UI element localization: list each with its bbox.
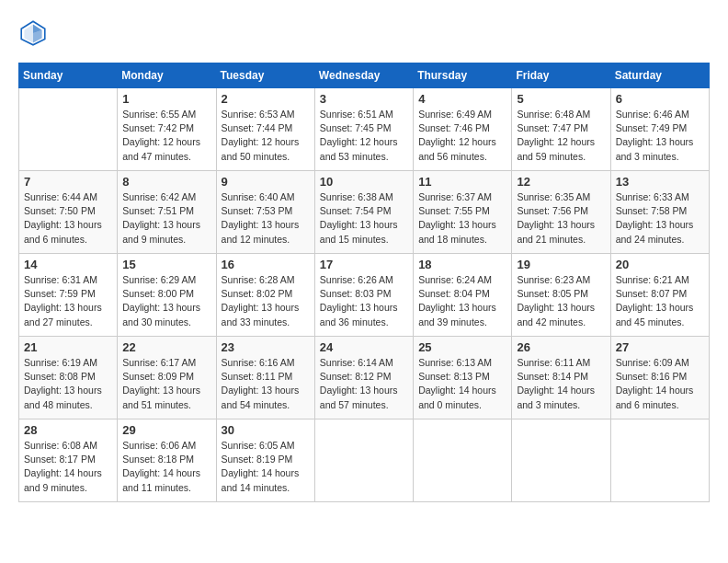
calendar-cell: 9Sunrise: 6:40 AM Sunset: 7:53 PM Daylig… (216, 171, 314, 254)
day-number: 3 (320, 92, 408, 106)
day-number: 11 (418, 175, 506, 189)
day-number: 19 (517, 258, 605, 271)
day-info: Sunrise: 6:44 AM Sunset: 7:50 PM Dayligh… (24, 190, 112, 247)
day-number: 7 (24, 175, 112, 189)
day-info: Sunrise: 6:51 AM Sunset: 7:45 PM Dayligh… (320, 108, 408, 164)
day-info: Sunrise: 6:53 AM Sunset: 7:44 PM Dayligh… (222, 108, 310, 164)
calendar-cell: 13Sunrise: 6:33 AM Sunset: 7:58 PM Dayli… (610, 171, 709, 254)
day-info: Sunrise: 6:19 AM Sunset: 8:08 PM Dayligh… (24, 356, 112, 412)
calendar-cell (512, 419, 610, 502)
day-info: Sunrise: 6:21 AM Sunset: 8:07 PM Dayligh… (616, 273, 704, 329)
calendar-cell (610, 419, 709, 502)
day-info: Sunrise: 6:49 AM Sunset: 7:46 PM Dayligh… (418, 108, 506, 164)
day-header-sunday: Sunday (19, 63, 118, 88)
calendar-cell: 25Sunrise: 6:13 AM Sunset: 8:13 PM Dayli… (414, 337, 512, 419)
day-number: 16 (222, 258, 310, 271)
day-number: 21 (24, 340, 112, 354)
day-info: Sunrise: 6:46 AM Sunset: 7:49 PM Dayligh… (616, 108, 704, 164)
calendar-cell: 10Sunrise: 6:38 AM Sunset: 7:54 PM Dayli… (314, 171, 413, 254)
day-info: Sunrise: 6:11 AM Sunset: 8:14 PM Dayligh… (517, 356, 605, 412)
day-info: Sunrise: 6:17 AM Sunset: 8:09 PM Dayligh… (122, 356, 210, 412)
calendar-header: SundayMondayTuesdayWednesdayThursdayFrid… (19, 63, 710, 88)
logo-icon (18, 18, 48, 48)
calendar-cell: 1Sunrise: 6:55 AM Sunset: 7:42 PM Daylig… (118, 88, 216, 171)
day-info: Sunrise: 6:40 AM Sunset: 7:53 PM Dayligh… (222, 190, 310, 247)
calendar-cell: 29Sunrise: 6:06 AM Sunset: 8:18 PM Dayli… (118, 419, 216, 502)
calendar-week-0: 1Sunrise: 6:55 AM Sunset: 7:42 PM Daylig… (19, 88, 710, 171)
calendar-cell: 27Sunrise: 6:09 AM Sunset: 8:16 PM Dayli… (610, 337, 709, 419)
page-header (18, 18, 710, 48)
calendar-cell: 14Sunrise: 6:31 AM Sunset: 7:59 PM Dayli… (19, 254, 118, 337)
day-number: 22 (122, 340, 210, 354)
logo (18, 18, 51, 48)
day-number: 29 (122, 423, 210, 437)
calendar-cell (414, 419, 512, 502)
day-number: 12 (517, 175, 605, 189)
calendar-cell: 16Sunrise: 6:28 AM Sunset: 8:02 PM Dayli… (216, 254, 314, 337)
calendar-cell: 11Sunrise: 6:37 AM Sunset: 7:55 PM Dayli… (414, 171, 512, 254)
day-number: 27 (616, 340, 704, 354)
day-info: Sunrise: 6:31 AM Sunset: 7:59 PM Dayligh… (24, 273, 112, 329)
day-number: 18 (418, 258, 506, 271)
calendar-week-1: 7Sunrise: 6:44 AM Sunset: 7:50 PM Daylig… (19, 171, 710, 254)
calendar-cell: 8Sunrise: 6:42 AM Sunset: 7:51 PM Daylig… (118, 171, 216, 254)
day-info: Sunrise: 6:16 AM Sunset: 8:11 PM Dayligh… (222, 356, 310, 412)
calendar-cell: 5Sunrise: 6:48 AM Sunset: 7:47 PM Daylig… (512, 88, 610, 171)
calendar-cell: 19Sunrise: 6:23 AM Sunset: 8:05 PM Dayli… (512, 254, 610, 337)
calendar-cell (314, 419, 413, 502)
day-header-saturday: Saturday (610, 63, 709, 88)
day-info: Sunrise: 6:06 AM Sunset: 8:18 PM Dayligh… (122, 439, 210, 495)
day-number: 2 (222, 92, 310, 106)
day-info: Sunrise: 6:48 AM Sunset: 7:47 PM Dayligh… (517, 108, 605, 164)
day-info: Sunrise: 6:29 AM Sunset: 8:00 PM Dayligh… (122, 273, 210, 329)
day-number: 23 (222, 340, 310, 354)
day-number: 5 (517, 92, 605, 106)
day-number: 17 (320, 258, 408, 271)
day-info: Sunrise: 6:33 AM Sunset: 7:58 PM Dayligh… (616, 190, 704, 247)
calendar-cell: 2Sunrise: 6:53 AM Sunset: 7:44 PM Daylig… (216, 88, 314, 171)
calendar-cell: 3Sunrise: 6:51 AM Sunset: 7:45 PM Daylig… (314, 88, 413, 171)
day-number: 24 (320, 340, 408, 354)
day-number: 8 (122, 175, 210, 189)
calendar-week-4: 28Sunrise: 6:08 AM Sunset: 8:17 PM Dayli… (19, 419, 710, 502)
calendar-cell: 21Sunrise: 6:19 AM Sunset: 8:08 PM Dayli… (19, 337, 118, 419)
day-number: 10 (320, 175, 408, 189)
calendar-week-2: 14Sunrise: 6:31 AM Sunset: 7:59 PM Dayli… (19, 254, 710, 337)
day-info: Sunrise: 6:24 AM Sunset: 8:04 PM Dayligh… (418, 273, 506, 329)
day-info: Sunrise: 6:35 AM Sunset: 7:56 PM Dayligh… (517, 190, 605, 247)
day-info: Sunrise: 6:23 AM Sunset: 8:05 PM Dayligh… (517, 273, 605, 329)
day-header-monday: Monday (118, 63, 216, 88)
calendar-cell: 28Sunrise: 6:08 AM Sunset: 8:17 PM Dayli… (19, 419, 118, 502)
day-number: 30 (222, 423, 310, 437)
day-number: 20 (616, 258, 704, 271)
calendar-cell: 7Sunrise: 6:44 AM Sunset: 7:50 PM Daylig… (19, 171, 118, 254)
day-info: Sunrise: 6:37 AM Sunset: 7:55 PM Dayligh… (418, 190, 506, 247)
calendar-week-3: 21Sunrise: 6:19 AM Sunset: 8:08 PM Dayli… (19, 337, 710, 419)
day-number: 15 (122, 258, 210, 271)
day-info: Sunrise: 6:42 AM Sunset: 7:51 PM Dayligh… (122, 190, 210, 247)
calendar-cell: 4Sunrise: 6:49 AM Sunset: 7:46 PM Daylig… (414, 88, 512, 171)
day-number: 14 (24, 258, 112, 271)
day-number: 9 (222, 175, 310, 189)
day-info: Sunrise: 6:38 AM Sunset: 7:54 PM Dayligh… (320, 190, 408, 247)
calendar-cell: 26Sunrise: 6:11 AM Sunset: 8:14 PM Dayli… (512, 337, 610, 419)
calendar-cell: 22Sunrise: 6:17 AM Sunset: 8:09 PM Dayli… (118, 337, 216, 419)
day-info: Sunrise: 6:28 AM Sunset: 8:02 PM Dayligh… (222, 273, 310, 329)
header-row: SundayMondayTuesdayWednesdayThursdayFrid… (19, 63, 710, 88)
day-number: 25 (418, 340, 506, 354)
day-number: 6 (616, 92, 704, 106)
day-number: 26 (517, 340, 605, 354)
day-info: Sunrise: 6:26 AM Sunset: 8:03 PM Dayligh… (320, 273, 408, 329)
calendar-cell: 17Sunrise: 6:26 AM Sunset: 8:03 PM Dayli… (314, 254, 413, 337)
calendar-cell (19, 88, 118, 171)
day-number: 1 (122, 92, 210, 106)
day-info: Sunrise: 6:08 AM Sunset: 8:17 PM Dayligh… (24, 439, 112, 495)
day-header-thursday: Thursday (414, 63, 512, 88)
day-number: 28 (24, 423, 112, 437)
calendar-table: SundayMondayTuesdayWednesdayThursdayFrid… (18, 63, 710, 502)
day-info: Sunrise: 6:55 AM Sunset: 7:42 PM Dayligh… (122, 108, 210, 164)
day-header-friday: Friday (512, 63, 610, 88)
calendar-body: 1Sunrise: 6:55 AM Sunset: 7:42 PM Daylig… (19, 88, 710, 502)
day-info: Sunrise: 6:13 AM Sunset: 8:13 PM Dayligh… (418, 356, 506, 412)
calendar-cell: 23Sunrise: 6:16 AM Sunset: 8:11 PM Dayli… (216, 337, 314, 419)
